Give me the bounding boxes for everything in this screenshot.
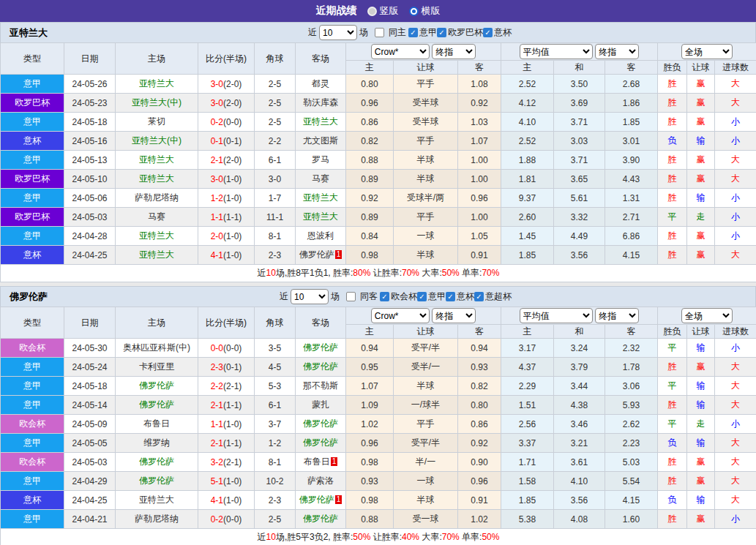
same-venue-filter[interactable]: 同主 [370, 26, 406, 39]
league-filter[interactable]: ✓欧罗巴杯 [437, 26, 483, 39]
odds-handicap: 平手 [394, 132, 458, 151]
avg-home-odds: 1.58 [501, 472, 554, 491]
result-outcome: 负 [658, 132, 687, 151]
odds-source-select[interactable]: Crow* [371, 308, 430, 323]
avg-away-odds: 2.23 [605, 434, 658, 453]
match-date: 24-04-25 [64, 491, 116, 510]
away-team: 佛罗伦萨1 [296, 246, 346, 265]
avg-draw-odds: 3.44 [554, 377, 605, 396]
odds-handicap: 半球 [394, 246, 458, 265]
odds-handicap: 受球半/两 [394, 189, 458, 208]
avg-away-odds: 1.31 [605, 189, 658, 208]
match-score: 4-1(1-0) [198, 491, 255, 510]
odds-away: 0.90 [458, 453, 501, 472]
match-date: 24-05-18 [64, 377, 116, 396]
result-outcome: 胜 [658, 227, 687, 246]
checkbox-checked-icon[interactable]: ✓ [408, 28, 418, 37]
col-corner: 角球 [255, 307, 296, 339]
odds-stage-select[interactable]: 终指 [432, 308, 476, 323]
col-home: 主场 [116, 307, 198, 339]
home-team: 亚特兰大 [116, 170, 198, 189]
odds-home: 0.82 [346, 132, 394, 151]
league-filter[interactable]: ✓欧会杯 [380, 290, 417, 303]
away-team: 亚特兰大 [296, 189, 346, 208]
odds-away: 1.00 [458, 208, 501, 227]
checkbox-checked-icon[interactable]: ✓ [380, 292, 389, 301]
match-score: 1-1(1-1) [198, 208, 255, 227]
result-outcome: 负 [658, 434, 687, 453]
col-away: 客场 [296, 43, 346, 75]
match-date: 24-04-28 [64, 227, 116, 246]
radio-unselected-icon[interactable] [367, 7, 377, 16]
league-filter-group: ✓意甲✓欧罗巴杯✓意杯 [408, 26, 512, 39]
checkbox-checked-icon[interactable]: ✓ [417, 292, 427, 301]
summary-text-segment: 10 [266, 532, 276, 542]
match-date: 24-05-18 [64, 113, 116, 132]
result-goals: 小 [715, 227, 756, 246]
match-score: 0-2(0-0) [198, 510, 255, 529]
match-score: 3-2(2-1) [198, 453, 255, 472]
match-date: 24-05-30 [64, 339, 116, 358]
summary-text-segment: 大率: [419, 532, 442, 542]
avg-stage-select[interactable]: 终指 [595, 44, 639, 59]
home-team: 亚特兰大 [116, 227, 198, 246]
league-filter[interactable]: ✓意甲 [417, 290, 446, 303]
checkbox-unchecked-icon[interactable] [346, 292, 356, 301]
summary-text-segment: 80% [353, 268, 370, 278]
col-date: 日期 [64, 43, 116, 75]
avg-home-odds: 3.37 [501, 434, 554, 453]
home-team: 马赛 [116, 208, 198, 227]
avg-away-odds: 6.86 [605, 227, 658, 246]
result-goals: 大 [715, 151, 756, 170]
layout-radio-vertical[interactable]: 竖版 [367, 4, 399, 18]
match-row: 意甲24-04-29佛罗伦萨5-1(1-0)10-2萨索洛0.93一球0.961… [1, 472, 756, 491]
checkbox-checked-icon[interactable]: ✓ [474, 292, 484, 301]
col-res-handicap: 让球 [687, 61, 715, 75]
result-group-header: 全场 [658, 307, 756, 325]
league-filter[interactable]: ✓意甲 [408, 26, 437, 39]
col-away: 客场 [296, 307, 346, 339]
summary-text-segment: 10 [266, 268, 276, 278]
avg-stage-select[interactable]: 终指 [595, 308, 639, 323]
avg-away-odds: 3.90 [605, 151, 658, 170]
match-score: 0-2(0-0) [198, 113, 255, 132]
match-note-badge: 1 [335, 495, 343, 504]
home-team: 佛罗伦萨 [116, 377, 198, 396]
league-filter[interactable]: ✓意杯 [483, 26, 512, 39]
scope-select[interactable]: 全场 [681, 44, 733, 59]
match-date: 24-05-05 [64, 434, 116, 453]
odds-stage-select[interactable]: 终指 [432, 44, 476, 59]
result-goals: 小 [715, 339, 756, 358]
league-badge: 欧罗巴杯 [1, 170, 64, 189]
match-date: 24-05-09 [64, 415, 116, 434]
checkbox-checked-icon[interactable]: ✓ [483, 28, 493, 37]
scope-select[interactable]: 全场 [681, 308, 733, 323]
league-badge: 欧会杯 [1, 415, 64, 434]
avg-source-select[interactable]: 平均值 [520, 308, 593, 323]
avg-source-select[interactable]: 平均值 [520, 44, 593, 59]
result-outcome: 胜 [658, 170, 687, 189]
corner-score: 3-0 [255, 170, 296, 189]
league-badge: 意甲 [1, 113, 64, 132]
rounds-select[interactable]: 10 [291, 289, 329, 304]
odds-source-select[interactable]: Crow* [371, 44, 430, 59]
match-score: 3-0(2-0) [198, 94, 255, 113]
league-filter[interactable]: ✓意超杯 [474, 290, 512, 303]
league-filter[interactable]: ✓意杯 [446, 290, 474, 303]
odds-handicap: 一球 [394, 227, 458, 246]
section-summary: 近10场,胜8平1负1, 胜率:80% 让胜率:70% 大率:50% 单率:70… [1, 265, 756, 282]
league-badge: 欧罗巴杯 [1, 94, 64, 113]
rounds-select[interactable]: 10 [319, 25, 357, 40]
radio-selected-icon[interactable] [409, 7, 419, 16]
checkbox-unchecked-icon[interactable] [375, 28, 384, 37]
layout-radio-horizontal[interactable]: 横版 [409, 4, 441, 18]
odds-away: 0.91 [458, 491, 501, 510]
col-odds-home: 主 [346, 325, 394, 339]
odds-handicap: 受半/一 [394, 358, 458, 377]
same-venue-filter[interactable]: 同客 [342, 290, 378, 303]
checkbox-checked-icon[interactable]: ✓ [446, 292, 455, 301]
odds-home: 0.93 [346, 472, 394, 491]
checkbox-checked-icon[interactable]: ✓ [437, 28, 446, 37]
avg-home-odds: 4.10 [501, 113, 554, 132]
filter-bar: 近 10 场 同客 ✓欧会杯✓意甲✓意杯✓意超杯 [277, 289, 755, 304]
